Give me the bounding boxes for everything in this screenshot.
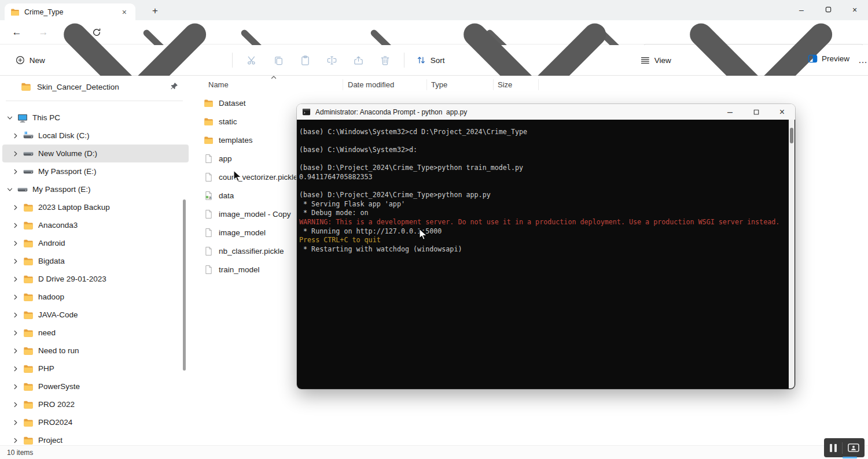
column-header-size[interactable]: Size <box>498 76 512 94</box>
terminal-title-bar[interactable]: Administrator: Anaconda Prompt - python … <box>297 104 795 120</box>
chevron-right-icon[interactable] <box>13 151 19 157</box>
sidebar-item-my-passport-e-[interactable]: My Passport (E:) <box>2 180 189 198</box>
chevron-right-icon[interactable] <box>13 223 19 228</box>
terminal-line: Press CTRL+C to quit <box>299 236 786 245</box>
delete-button[interactable] <box>373 49 396 71</box>
folder-icon <box>23 346 34 356</box>
terminal-line: WARNING: This is a development server. D… <box>299 218 786 227</box>
preview-button[interactable]: Preview <box>802 50 855 68</box>
terminal-scrollbar[interactable] <box>789 120 795 388</box>
chevron-right-icon[interactable] <box>13 438 19 443</box>
chevron-right-icon[interactable] <box>13 169 19 175</box>
folder-icon <box>23 202 34 213</box>
chevron-right-icon[interactable] <box>13 402 19 408</box>
terminal-line: * Restarting with watchdog (windowsapi) <box>299 245 786 254</box>
copy-button[interactable] <box>267 49 290 71</box>
chevron-right-icon[interactable] <box>13 133 19 139</box>
delete-icon <box>380 55 391 66</box>
rename-button[interactable] <box>320 49 343 71</box>
folder-icon <box>21 82 31 92</box>
more-options-button[interactable]: … <box>858 55 868 65</box>
chevron-right-icon[interactable] <box>13 420 19 425</box>
column-divider[interactable] <box>426 79 427 90</box>
column-divider[interactable] <box>493 79 494 90</box>
file-name: app <box>219 154 232 163</box>
sidebar-item-anaconda3[interactable]: Anaconda3 <box>2 216 189 234</box>
pc-icon <box>17 113 28 123</box>
terminal-minimize-button[interactable]: – <box>717 104 743 120</box>
cut-button[interactable] <box>240 49 263 71</box>
mouse-cursor-terminal <box>418 228 428 241</box>
sidebar-item-need[interactable]: need <box>2 324 189 342</box>
sidebar-item-pro2024[interactable]: PRO2024 <box>2 413 189 431</box>
sidebar-item-hadoop[interactable]: hadoop <box>2 288 189 306</box>
column-header-name[interactable]: Name <box>208 76 229 94</box>
sidebar-item-local-disk-c-[interactable]: Local Disk (C:) <box>2 127 189 145</box>
column-divider[interactable] <box>538 79 539 90</box>
command-toolbar: New Sort View … <box>0 45 868 76</box>
sidebar-item-label: Project <box>38 436 62 445</box>
sidebar-item-this-pc[interactable]: This PC <box>2 109 189 127</box>
terminal-close-button[interactable]: × <box>769 104 795 120</box>
view-list-icon <box>640 55 650 65</box>
sidebar-item-pinned-folder[interactable]: Skin_Cancer_Detection <box>0 77 191 97</box>
sidebar-scrollbar[interactable] <box>183 199 186 371</box>
terminal-line: * Debug mode: on <box>299 209 786 218</box>
chevron-down-icon[interactable] <box>7 115 13 121</box>
anaconda-prompt-window[interactable]: Administrator: Anaconda Prompt - python … <box>297 104 795 389</box>
sidebar-item-label: JAVA-Code <box>38 310 78 319</box>
terminal-scrollbar-thumb[interactable] <box>790 128 793 143</box>
sidebar-item-my-passport-e-[interactable]: My Passport (E:) <box>2 162 189 180</box>
sidebar-item-android[interactable]: Android <box>2 234 189 252</box>
file-icon <box>204 265 214 275</box>
sidebar-item-bigdata[interactable]: Bigdata <box>2 252 189 270</box>
chevron-right-icon[interactable] <box>13 330 19 336</box>
terminal-maximize-button[interactable] <box>743 104 769 120</box>
chevron-right-icon[interactable] <box>13 366 19 372</box>
drive-icon <box>23 149 34 159</box>
paste-button[interactable] <box>293 49 317 71</box>
file-name: templates <box>219 136 253 145</box>
folder-icon <box>23 220 34 231</box>
drive-icon <box>17 184 28 195</box>
new-plus-icon <box>15 55 25 65</box>
share-button[interactable] <box>347 49 370 71</box>
sidebar-item-need-to-run[interactable]: Need to run <box>2 342 189 360</box>
toolbar-divider <box>232 53 233 68</box>
chevron-right-icon[interactable] <box>13 240 19 246</box>
chevron-right-icon[interactable] <box>13 258 19 264</box>
drive-icon <box>23 166 34 177</box>
sort-ascending-icon <box>271 75 277 80</box>
picture-in-picture-icon[interactable] <box>843 443 865 452</box>
column-divider[interactable] <box>343 79 343 90</box>
chevron-right-icon[interactable] <box>13 205 19 210</box>
pause-icon[interactable] <box>825 444 842 452</box>
folder-icon <box>23 417 34 428</box>
sidebar-item-pro-2022[interactable]: PRO 2022 <box>2 395 189 413</box>
chevron-right-icon[interactable] <box>13 294 19 300</box>
sidebar-item-powersyste[interactable]: PowerSyste <box>2 377 189 395</box>
sidebar-item-label: Anaconda3 <box>38 221 78 230</box>
sidebar-item-php[interactable]: PHP <box>2 360 189 377</box>
sidebar-item-d-drive-29-01-2023[interactable]: D Drive 29-01-2023 <box>2 270 189 288</box>
file-icon <box>204 209 214 219</box>
file-explorer-window: Crime_Type × + – × ← → ↑ This PCNew Volu… <box>0 0 868 459</box>
terminal-line: (base) C:\Windows\System32>cd D:\Project… <box>299 128 786 137</box>
sidebar-item-label: Bigdata <box>38 257 65 265</box>
column-header-type[interactable]: Type <box>431 76 447 94</box>
column-header-date-modified[interactable]: Date modified <box>348 76 394 94</box>
chevron-right-icon[interactable] <box>13 348 19 354</box>
sidebar-item-label: PRO 2022 <box>38 400 75 409</box>
chevron-right-icon[interactable] <box>13 312 19 318</box>
chevron-down-icon[interactable] <box>7 187 13 193</box>
chevron-right-icon[interactable] <box>13 384 19 390</box>
chevron-right-icon[interactable] <box>13 276 19 282</box>
terminal-line: (base) D:\Project_2024\Crime_Type>python… <box>299 164 786 173</box>
sidebar-item-label: 2023 Laptop Backup <box>38 203 110 212</box>
sidebar-item-label: This PC <box>32 113 60 122</box>
sidebar-item-2023-laptop-backup[interactable]: 2023 Laptop Backup <box>2 198 189 216</box>
file-name: nb_classifier.pickle <box>219 247 284 256</box>
sidebar-item-project[interactable]: Project <box>2 431 189 446</box>
sidebar-item-java-code[interactable]: JAVA-Code <box>2 306 189 324</box>
sidebar-item-new-volume-d-[interactable]: New Volume (D:) <box>2 145 189 162</box>
